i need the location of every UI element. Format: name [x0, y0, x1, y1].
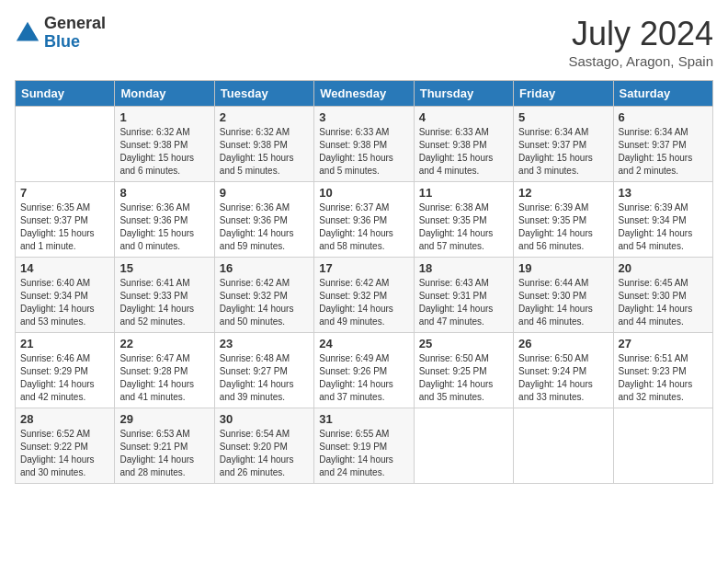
logo-icon: [15, 20, 40, 46]
calendar-cell: [414, 408, 513, 484]
calendar-table: SundayMondayTuesdayWednesdayThursdayFrid…: [15, 80, 713, 484]
calendar-week-row: 1Sunrise: 6:32 AM Sunset: 9:38 PM Daylig…: [16, 107, 713, 182]
cell-content: Sunrise: 6:34 AM Sunset: 9:37 PM Dayligh…: [619, 126, 708, 178]
calendar-week-row: 7Sunrise: 6:35 AM Sunset: 9:37 PM Daylig…: [16, 182, 713, 258]
calendar-week-row: 28Sunrise: 6:52 AM Sunset: 9:22 PM Dayli…: [16, 408, 713, 484]
day-number: 14: [20, 261, 109, 275]
calendar-cell: 17Sunrise: 6:42 AM Sunset: 9:32 PM Dayli…: [314, 258, 414, 333]
header-monday: Monday: [115, 81, 214, 107]
cell-content: Sunrise: 6:32 AM Sunset: 9:38 PM Dayligh…: [119, 126, 209, 178]
calendar-cell: 27Sunrise: 6:51 AM Sunset: 9:23 PM Dayli…: [613, 333, 712, 408]
day-number: 10: [319, 186, 408, 200]
cell-content: Sunrise: 6:33 AM Sunset: 9:38 PM Dayligh…: [419, 126, 508, 178]
cell-content: Sunrise: 6:37 AM Sunset: 9:36 PM Dayligh…: [319, 201, 408, 253]
logo: General Blue: [15, 15, 106, 52]
calendar-cell: 7Sunrise: 6:35 AM Sunset: 9:37 PM Daylig…: [16, 182, 115, 258]
day-number: 22: [119, 337, 209, 350]
day-number: 20: [619, 261, 708, 275]
calendar-cell: 25Sunrise: 6:50 AM Sunset: 9:25 PM Dayli…: [414, 333, 513, 408]
day-number: 16: [220, 261, 309, 275]
cell-content: Sunrise: 6:34 AM Sunset: 9:37 PM Dayligh…: [518, 126, 608, 178]
cell-content: Sunrise: 6:51 AM Sunset: 9:23 PM Dayligh…: [619, 352, 708, 404]
day-number: 8: [119, 186, 209, 200]
cell-content: Sunrise: 6:39 AM Sunset: 9:34 PM Dayligh…: [619, 201, 708, 253]
day-number: 28: [20, 412, 109, 426]
cell-content: Sunrise: 6:35 AM Sunset: 9:37 PM Dayligh…: [20, 201, 109, 253]
calendar-cell: 16Sunrise: 6:42 AM Sunset: 9:32 PM Dayli…: [214, 258, 313, 333]
day-number: 25: [419, 337, 508, 350]
cell-content: Sunrise: 6:42 AM Sunset: 9:32 PM Dayligh…: [319, 277, 408, 328]
day-number: 6: [619, 110, 708, 124]
day-number: 18: [419, 261, 508, 275]
calendar-cell: 21Sunrise: 6:46 AM Sunset: 9:29 PM Dayli…: [16, 333, 115, 408]
cell-content: Sunrise: 6:36 AM Sunset: 9:36 PM Dayligh…: [119, 201, 209, 253]
day-number: 23: [220, 337, 309, 350]
day-number: 7: [20, 186, 109, 200]
day-number: 13: [619, 186, 708, 200]
day-number: 2: [220, 110, 309, 124]
calendar-cell: 20Sunrise: 6:45 AM Sunset: 9:30 PM Dayli…: [613, 258, 712, 333]
day-number: 12: [518, 186, 608, 200]
cell-content: Sunrise: 6:49 AM Sunset: 9:26 PM Dayligh…: [319, 352, 408, 404]
cell-content: Sunrise: 6:32 AM Sunset: 9:38 PM Dayligh…: [220, 126, 309, 178]
cell-content: Sunrise: 6:39 AM Sunset: 9:35 PM Dayligh…: [518, 201, 608, 253]
calendar-cell: 9Sunrise: 6:36 AM Sunset: 9:36 PM Daylig…: [214, 182, 313, 258]
cell-content: Sunrise: 6:41 AM Sunset: 9:33 PM Dayligh…: [119, 277, 209, 328]
calendar-cell: 4Sunrise: 6:33 AM Sunset: 9:38 PM Daylig…: [414, 107, 513, 182]
day-number: 3: [319, 110, 408, 124]
day-number: 31: [319, 412, 408, 426]
cell-content: Sunrise: 6:42 AM Sunset: 9:32 PM Dayligh…: [220, 277, 309, 328]
cell-content: Sunrise: 6:53 AM Sunset: 9:21 PM Dayligh…: [119, 428, 209, 479]
logo-blue: Blue: [44, 33, 106, 52]
cell-content: Sunrise: 6:54 AM Sunset: 9:20 PM Dayligh…: [220, 428, 309, 479]
header-wednesday: Wednesday: [314, 81, 414, 107]
calendar-week-row: 14Sunrise: 6:40 AM Sunset: 9:34 PM Dayli…: [16, 258, 713, 333]
calendar-cell: 8Sunrise: 6:36 AM Sunset: 9:36 PM Daylig…: [115, 182, 214, 258]
page-header: General Blue July 2024 Sastago, Aragon, …: [15, 15, 713, 69]
calendar-cell: 5Sunrise: 6:34 AM Sunset: 9:37 PM Daylig…: [514, 107, 613, 182]
calendar-cell: 30Sunrise: 6:54 AM Sunset: 9:20 PM Dayli…: [214, 408, 313, 484]
location: Sastago, Aragon, Spain: [568, 53, 713, 69]
day-number: 11: [419, 186, 508, 200]
calendar-header-row: SundayMondayTuesdayWednesdayThursdayFrid…: [16, 81, 713, 107]
day-number: 21: [20, 337, 109, 350]
calendar-cell: 31Sunrise: 6:55 AM Sunset: 9:19 PM Dayli…: [314, 408, 414, 484]
calendar-cell: 11Sunrise: 6:38 AM Sunset: 9:35 PM Dayli…: [414, 182, 513, 258]
cell-content: Sunrise: 6:50 AM Sunset: 9:24 PM Dayligh…: [518, 352, 608, 404]
day-number: 9: [220, 186, 309, 200]
calendar-cell: 18Sunrise: 6:43 AM Sunset: 9:31 PM Dayli…: [414, 258, 513, 333]
calendar-cell: 13Sunrise: 6:39 AM Sunset: 9:34 PM Dayli…: [613, 182, 712, 258]
calendar-cell: 19Sunrise: 6:44 AM Sunset: 9:30 PM Dayli…: [514, 258, 613, 333]
cell-content: Sunrise: 6:52 AM Sunset: 9:22 PM Dayligh…: [20, 428, 109, 479]
cell-content: Sunrise: 6:46 AM Sunset: 9:29 PM Dayligh…: [20, 352, 109, 404]
header-friday: Friday: [514, 81, 613, 107]
calendar-cell: 2Sunrise: 6:32 AM Sunset: 9:38 PM Daylig…: [214, 107, 313, 182]
logo-general: General: [44, 15, 106, 33]
calendar-week-row: 21Sunrise: 6:46 AM Sunset: 9:29 PM Dayli…: [16, 333, 713, 408]
day-number: 4: [419, 110, 508, 124]
month-year: July 2024: [568, 15, 713, 53]
calendar-cell: [514, 408, 613, 484]
calendar-cell: 24Sunrise: 6:49 AM Sunset: 9:26 PM Dayli…: [314, 333, 414, 408]
header-thursday: Thursday: [414, 81, 513, 107]
cell-content: Sunrise: 6:43 AM Sunset: 9:31 PM Dayligh…: [419, 277, 508, 328]
cell-content: Sunrise: 6:45 AM Sunset: 9:30 PM Dayligh…: [619, 277, 708, 328]
header-saturday: Saturday: [613, 81, 712, 107]
calendar-cell: [613, 408, 712, 484]
cell-content: Sunrise: 6:48 AM Sunset: 9:27 PM Dayligh…: [220, 352, 309, 404]
day-number: 5: [518, 110, 608, 124]
calendar-cell: 29Sunrise: 6:53 AM Sunset: 9:21 PM Dayli…: [115, 408, 214, 484]
day-number: 24: [319, 337, 408, 350]
calendar-cell: 1Sunrise: 6:32 AM Sunset: 9:38 PM Daylig…: [115, 107, 214, 182]
cell-content: Sunrise: 6:38 AM Sunset: 9:35 PM Dayligh…: [419, 201, 508, 253]
calendar-cell: 26Sunrise: 6:50 AM Sunset: 9:24 PM Dayli…: [514, 333, 613, 408]
cell-content: Sunrise: 6:33 AM Sunset: 9:38 PM Dayligh…: [319, 126, 408, 178]
cell-content: Sunrise: 6:36 AM Sunset: 9:36 PM Dayligh…: [220, 201, 309, 253]
day-number: 27: [619, 337, 708, 350]
title-block: July 2024 Sastago, Aragon, Spain: [568, 15, 713, 69]
calendar-cell: 28Sunrise: 6:52 AM Sunset: 9:22 PM Dayli…: [16, 408, 115, 484]
calendar-cell: 14Sunrise: 6:40 AM Sunset: 9:34 PM Dayli…: [16, 258, 115, 333]
calendar-cell: 22Sunrise: 6:47 AM Sunset: 9:28 PM Dayli…: [115, 333, 214, 408]
cell-content: Sunrise: 6:50 AM Sunset: 9:25 PM Dayligh…: [419, 352, 508, 404]
calendar-cell: 23Sunrise: 6:48 AM Sunset: 9:27 PM Dayli…: [214, 333, 313, 408]
